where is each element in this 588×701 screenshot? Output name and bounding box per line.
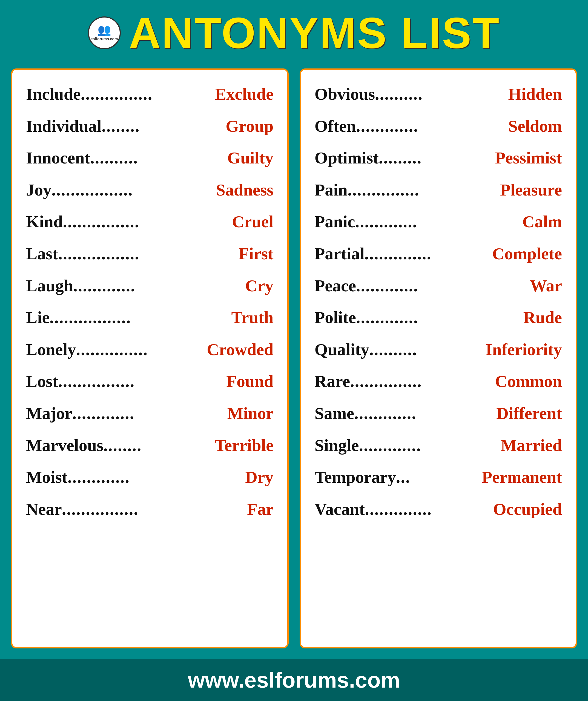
- antonym: Crowded: [207, 338, 273, 361]
- word: Include: [26, 83, 81, 105]
- dots: .............: [355, 211, 523, 233]
- list-item: Near................Far: [26, 493, 273, 525]
- antonym: Cruel: [232, 211, 273, 233]
- antonym: First: [238, 243, 273, 265]
- antonym: Guilty: [227, 147, 273, 169]
- antonym: War: [530, 275, 562, 297]
- dots: .............: [356, 275, 530, 297]
- dots: ..........: [369, 338, 485, 361]
- antonym: Found: [226, 370, 273, 393]
- antonym: Permanent: [482, 466, 562, 488]
- antonym: Occupied: [493, 498, 562, 520]
- logo-text: eslforums.com: [90, 37, 118, 41]
- dots: .........: [379, 147, 495, 169]
- word: Last: [26, 243, 58, 265]
- word: Innocent: [26, 147, 90, 169]
- right-column: Obvious..........HiddenOften............…: [300, 68, 577, 648]
- list-item: Laugh.............Cry: [26, 270, 273, 302]
- header: 👥 eslforums.com ANTONYMS LIST: [0, 0, 588, 63]
- word: Kind: [26, 211, 63, 233]
- page-title: ANTONYMS LIST: [129, 11, 501, 55]
- list-item: Last.................First: [26, 238, 273, 270]
- list-item: Peace.............War: [315, 270, 562, 302]
- antonym: Seldom: [508, 115, 562, 137]
- list-item: Quality..........Inferiority: [315, 333, 562, 366]
- list-item: Moist.............Dry: [26, 461, 273, 493]
- antonym: Pleasure: [500, 179, 562, 201]
- footer: www.eslforums.com: [0, 659, 588, 701]
- left-column: Include...............ExcludeIndividual.…: [11, 68, 289, 648]
- list-item: Kind................Cruel: [26, 206, 273, 238]
- dots: .............: [72, 402, 227, 424]
- word: Temporary: [315, 466, 396, 488]
- antonym: Far: [247, 498, 273, 520]
- list-item: Panic.............Calm: [315, 206, 562, 238]
- word: Polite: [315, 306, 356, 328]
- list-item: Marvelous........Terrible: [26, 429, 273, 461]
- list-item: Single.............Married: [315, 429, 562, 461]
- list-item: Joy.................Sadness: [26, 174, 273, 206]
- dots: .............: [356, 115, 508, 137]
- antonym: Inferiority: [485, 338, 562, 361]
- word: Marvelous: [26, 434, 103, 456]
- list-item: Innocent..........Guilty: [26, 142, 273, 174]
- footer-text: www.eslforums.com: [188, 668, 400, 692]
- antonym: Rude: [523, 306, 562, 328]
- word: Quality: [315, 338, 369, 361]
- dots: ................: [63, 211, 232, 233]
- word: Lonely: [26, 338, 76, 361]
- dots: .................: [49, 306, 231, 328]
- dots: ...............: [76, 338, 207, 361]
- antonym: Common: [495, 370, 562, 393]
- logo-icon: 👥: [97, 25, 111, 36]
- antonym: Dry: [245, 466, 273, 488]
- list-item: Lonely...............Crowded: [26, 333, 273, 366]
- dots: ..........: [90, 147, 227, 169]
- word: Often: [315, 115, 356, 137]
- dots: .............: [359, 434, 501, 456]
- word: Laugh: [26, 275, 73, 297]
- antonym: Truth: [231, 306, 273, 328]
- word: Lost: [26, 370, 58, 393]
- logo: 👥 eslforums.com: [88, 16, 121, 49]
- word: Individual: [26, 115, 102, 137]
- main-content: Include...............ExcludeIndividual.…: [0, 63, 588, 659]
- dots: .................: [58, 243, 238, 265]
- word: Pain: [315, 179, 348, 201]
- antonym: Terrible: [215, 434, 273, 456]
- antonym: Cry: [245, 275, 273, 297]
- dots: ................: [58, 370, 226, 393]
- list-item: Same.............Different: [315, 397, 562, 429]
- word: Near: [26, 498, 62, 520]
- antonym: Calm: [522, 211, 562, 233]
- list-item: Lie.................Truth: [26, 301, 273, 333]
- antonym: Married: [501, 434, 562, 456]
- list-item: Temporary...Permanent: [315, 461, 562, 493]
- dots: ..........: [375, 83, 508, 105]
- antonym: Exclude: [215, 83, 273, 105]
- antonym: Different: [496, 402, 562, 424]
- list-item: Rare...............Common: [315, 365, 562, 397]
- dots: .............: [73, 275, 245, 297]
- list-item: Individual........Group: [26, 110, 273, 142]
- dots: .............: [354, 402, 496, 424]
- word: Moist: [26, 466, 68, 488]
- antonym: Minor: [227, 402, 273, 424]
- dots: ........: [103, 434, 214, 456]
- dots: ................: [62, 498, 247, 520]
- dots: ...............: [81, 83, 215, 105]
- list-item: Obvious..........Hidden: [315, 78, 562, 110]
- antonym: Pessimist: [495, 147, 562, 169]
- word: Same: [315, 402, 354, 424]
- antonym: Group: [226, 115, 273, 137]
- antonym: Sadness: [216, 179, 273, 201]
- word: Optimist: [315, 147, 379, 169]
- dots: ..............: [365, 498, 493, 520]
- word: Joy: [26, 179, 51, 201]
- word: Single: [315, 434, 359, 456]
- dots: ..............: [365, 243, 492, 265]
- antonym: Hidden: [508, 83, 562, 105]
- list-item: Lost................Found: [26, 365, 273, 397]
- word: Peace: [315, 275, 356, 297]
- list-item: Often.............Seldom: [315, 110, 562, 142]
